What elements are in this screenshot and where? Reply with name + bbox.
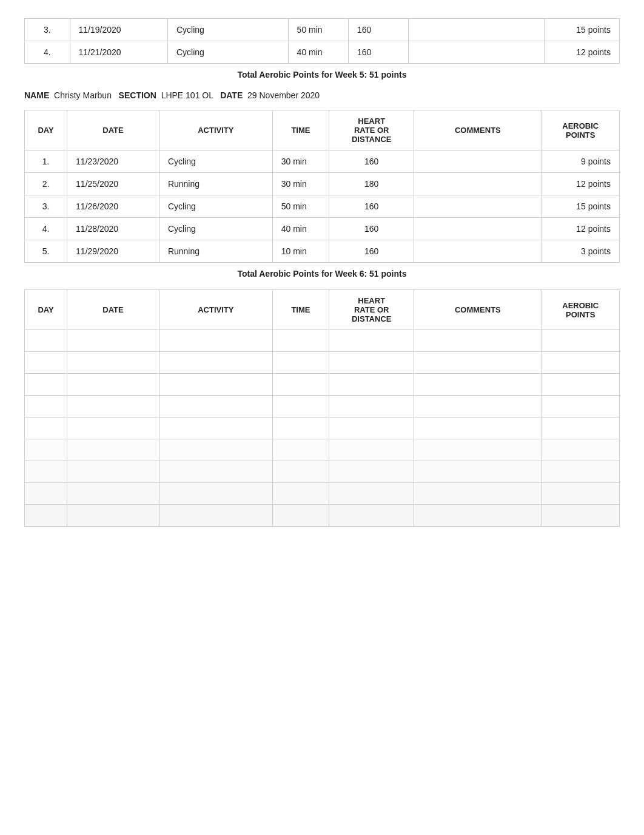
- empty-cell: [542, 505, 620, 527]
- empty-cell: [67, 483, 159, 505]
- row-time: 50 min: [272, 195, 329, 218]
- empty-cell: [329, 483, 414, 505]
- name-label: NAME: [24, 90, 49, 100]
- table-row: 5. 11/29/2020 Running 10 min 160 3 point…: [25, 240, 620, 263]
- empty-cell: [414, 352, 542, 374]
- header-activity: ACTIVITY: [159, 110, 272, 150]
- empty-cell: [159, 374, 272, 396]
- header-date: DATE: [67, 110, 159, 150]
- row-points: 9 points: [542, 150, 620, 173]
- row-comments: [414, 195, 542, 218]
- empty-cell: [67, 505, 159, 527]
- header-activity: ACTIVITY: [159, 290, 272, 330]
- table-row: 4. 11/28/2020 Cycling 40 min 160 12 poin…: [25, 218, 620, 240]
- header-points: AEROBICPOINTS: [542, 110, 620, 150]
- empty-cell: [159, 418, 272, 439]
- table-row: 3. 11/26/2020 Cycling 50 min 160 15 poin…: [25, 195, 620, 218]
- empty-cell: [542, 439, 620, 461]
- table-row: 3. 11/19/2020 Cycling 50 min 160 15 poin…: [25, 19, 620, 41]
- empty-cell: [25, 439, 67, 461]
- header-day: DAY: [25, 110, 67, 150]
- week7-table: DAY DATE ACTIVITY TIME HEARTRATE ORDISTA…: [24, 289, 620, 527]
- row-comments: [414, 240, 542, 263]
- section-label: SECTION: [119, 90, 156, 100]
- row-points: 12 points: [542, 173, 620, 195]
- row-date: 11/21/2020: [70, 41, 167, 64]
- empty-cell: [25, 483, 67, 505]
- empty-cell: [25, 374, 67, 396]
- row-activity: Cycling: [167, 41, 288, 64]
- row-hr: 160: [329, 150, 414, 173]
- empty-cell: [272, 461, 329, 483]
- empty-cell: [25, 330, 67, 352]
- row-date: 11/19/2020: [70, 19, 167, 41]
- empty-cell: [542, 418, 620, 439]
- week7-section: DAY DATE ACTIVITY TIME HEARTRATE ORDISTA…: [24, 289, 620, 527]
- row-date: 11/23/2020: [67, 150, 159, 173]
- empty-cell: [272, 505, 329, 527]
- table-header-row: DAY DATE ACTIVITY TIME HEARTRATE ORDISTA…: [25, 110, 620, 150]
- row-hr: 160: [329, 218, 414, 240]
- empty-cell: [159, 439, 272, 461]
- empty-cell: [329, 505, 414, 527]
- empty-cell: [542, 330, 620, 352]
- row-comments: [414, 173, 542, 195]
- header-points: AEROBICPOINTS: [542, 290, 620, 330]
- row-points: 12 points: [544, 41, 619, 64]
- row-activity: Running: [159, 240, 272, 263]
- empty-cell: [67, 418, 159, 439]
- row-activity: Running: [159, 173, 272, 195]
- row-hr: 160: [329, 240, 414, 263]
- header-time: TIME: [272, 110, 329, 150]
- date-value: 29 November 2020: [247, 90, 320, 100]
- row-hr: 160: [348, 41, 408, 64]
- row-time: 40 min: [288, 41, 348, 64]
- empty-cell: [329, 352, 414, 374]
- empty-cell: [25, 505, 67, 527]
- row-time: 10 min: [272, 240, 329, 263]
- row-points: 15 points: [542, 195, 620, 218]
- header-hr: HEARTRATE ORDISTANCE: [329, 290, 414, 330]
- empty-cell: [272, 352, 329, 374]
- empty-cell: [542, 374, 620, 396]
- name-value: Christy Marbun: [54, 90, 112, 100]
- row-activity: Cycling: [167, 19, 288, 41]
- empty-cell: [542, 461, 620, 483]
- empty-cell: [414, 330, 542, 352]
- row-num: 3.: [25, 19, 70, 41]
- empty-cell: [25, 396, 67, 418]
- row-time: 30 min: [272, 150, 329, 173]
- header-time: TIME: [272, 290, 329, 330]
- empty-cell: [272, 396, 329, 418]
- empty-cell: [542, 352, 620, 374]
- header-hr: HEARTRATE ORDISTANCE: [329, 110, 414, 150]
- empty-cell: [414, 396, 542, 418]
- row-activity: Cycling: [159, 218, 272, 240]
- table-row: 2. 11/25/2020 Running 30 min 180 12 poin…: [25, 173, 620, 195]
- empty-cell: [67, 439, 159, 461]
- empty-cell: [329, 439, 414, 461]
- empty-cell: [67, 461, 159, 483]
- row-comments: [414, 218, 542, 240]
- table-header-row: DAY DATE ACTIVITY TIME HEARTRATE ORDISTA…: [25, 290, 620, 330]
- partial-week5-table: 3. 11/19/2020 Cycling 50 min 160 15 poin…: [24, 18, 620, 79]
- table-row: [25, 396, 620, 418]
- empty-cell: [67, 396, 159, 418]
- header-date: DATE: [67, 290, 159, 330]
- row-time: 40 min: [272, 218, 329, 240]
- empty-cell: [414, 439, 542, 461]
- week5-partial-rows: 3. 11/19/2020 Cycling 50 min 160 15 poin…: [24, 18, 620, 64]
- table-row: [25, 461, 620, 483]
- row-activity: Cycling: [159, 150, 272, 173]
- empty-cell: [67, 330, 159, 352]
- row-time: 30 min: [272, 173, 329, 195]
- row-num: 1.: [25, 150, 67, 173]
- empty-cell: [159, 483, 272, 505]
- row-date: 11/25/2020: [67, 173, 159, 195]
- row-hr: 180: [329, 173, 414, 195]
- empty-cell: [272, 374, 329, 396]
- empty-cell: [329, 418, 414, 439]
- week6-total: Total Aerobic Points for Week 6: 51 poin…: [24, 269, 620, 279]
- row-num: 2.: [25, 173, 67, 195]
- empty-cell: [159, 396, 272, 418]
